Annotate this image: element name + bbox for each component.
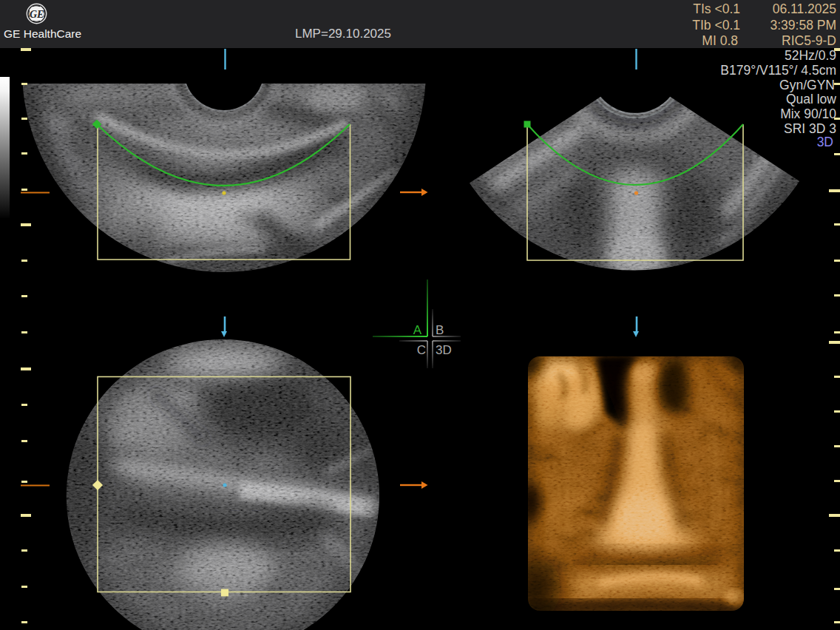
svg-text:GE HealthCare: GE HealthCare	[4, 27, 81, 40]
svg-text:52Hz/0.9: 52Hz/0.9	[785, 48, 836, 63]
svg-text:LMP=29.10.2025: LMP=29.10.2025	[295, 27, 391, 41]
svg-text:3D: 3D	[436, 343, 452, 357]
svg-text:GE: GE	[30, 9, 44, 20]
svg-text:B: B	[436, 323, 444, 337]
svg-text:3:39:58 PM: 3:39:58 PM	[770, 18, 837, 33]
svg-text:MI 0.8: MI 0.8	[702, 33, 738, 48]
svg-text:TIs <0.1: TIs <0.1	[693, 1, 740, 16]
svg-text:Mix 90/10: Mix 90/10	[780, 106, 836, 121]
svg-text:TIb <0.1: TIb <0.1	[692, 18, 740, 33]
svg-text:B179°/V115°/ 4.5cm: B179°/V115°/ 4.5cm	[720, 63, 836, 78]
svg-text:C: C	[417, 343, 426, 357]
svg-text:Qual low: Qual low	[786, 92, 836, 106]
svg-text:06.11.2025: 06.11.2025	[773, 1, 836, 16]
svg-text:RIC5-9-D: RIC5-9-D	[782, 33, 836, 48]
svg-text:3D: 3D	[817, 135, 833, 149]
svg-text:Gyn/GYN: Gyn/GYN	[779, 78, 835, 92]
svg-text:A: A	[413, 323, 422, 337]
